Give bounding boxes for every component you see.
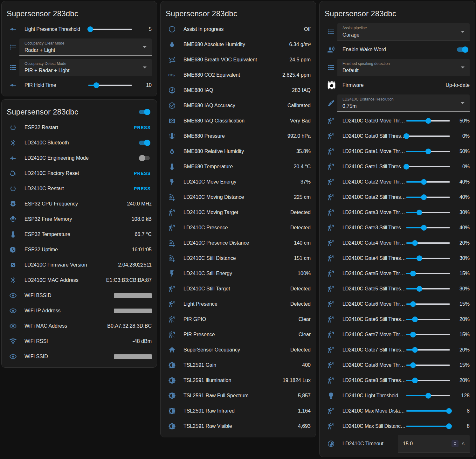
toggle-ld2410c-bluetooth[interactable] xyxy=(139,140,150,146)
slider-ld2410c-gate4-move-thr[interactable] xyxy=(406,235,450,251)
number-input[interactable]: 15.0s xyxy=(398,435,470,453)
slider-ld2410c-gate5-move-thr[interactable] xyxy=(406,266,450,281)
slider-knob[interactable] xyxy=(404,133,409,139)
select-assist-pipeline[interactable]: Assist pipelineGarage xyxy=(337,23,470,40)
motion-sensor-icon xyxy=(327,377,335,384)
slider-knob[interactable] xyxy=(410,301,416,307)
motion-sensor-icon xyxy=(327,300,335,308)
slider-ld2410c-gate2-move-thr[interactable] xyxy=(406,174,450,190)
motion-sensor-icon xyxy=(327,178,335,186)
slider-ld2410c-gate6-move-thr[interactable] xyxy=(406,296,450,312)
row-label: LD2410C Gate3 Still Thres… xyxy=(342,225,406,231)
row-occupancy-detect-mode: Occupancy Detect ModePIR + Radar + Light xyxy=(2,57,157,78)
slider-knob[interactable] xyxy=(412,316,418,322)
row-label: LD2410C Gate7 Move Thr… xyxy=(342,332,406,337)
slider-value: 15% xyxy=(450,271,470,276)
slider-ld2410c-light-threshold[interactable] xyxy=(406,388,450,403)
slider-light-presence-threshold[interactable] xyxy=(88,22,132,37)
row-ld2410c-moving-target: LD2410C Moving TargetDetected xyxy=(161,205,316,220)
slider-ld2410c-gate6-still-thres[interactable] xyxy=(406,312,450,327)
slider-ld2410c-max-move-dista[interactable] xyxy=(406,403,450,419)
slider-ld2410c-gate4-still-thres[interactable] xyxy=(406,251,450,266)
row-wifi-mac-address: WiFi MAC AddressB0:A7:32:28:3D:BC xyxy=(2,318,157,334)
check-circle-icon xyxy=(168,102,176,109)
slider-ld2410c-gate8-still-thres[interactable] xyxy=(406,373,450,388)
slider-knob[interactable] xyxy=(410,271,416,276)
slider-value: 40% xyxy=(450,179,470,185)
slider-knob[interactable] xyxy=(417,210,422,215)
toggle-ld2410c-engineering-mode[interactable] xyxy=(139,155,150,161)
row-value: 1,164 xyxy=(298,408,311,414)
press-button[interactable]: PRESS xyxy=(134,171,151,176)
slider-ld2410c-gate8-move-thr[interactable] xyxy=(406,358,450,373)
slider-ld2410c-gate3-move-thr[interactable] xyxy=(406,205,450,220)
slider-ld2410c-max-still-distanc[interactable] xyxy=(406,419,450,434)
slider-pir-hold-time[interactable] xyxy=(88,78,132,93)
slider-knob[interactable] xyxy=(93,82,99,88)
row-ld2410c-gate3-still-thres: LD2410C Gate3 Still Thres…40% xyxy=(320,220,475,235)
row-ld2410c-mac-address: LD2410C MAC AddressE1:C3:B3:CB:BA:87 xyxy=(2,273,157,288)
row-label: LD2410C Gate7 Still Thres… xyxy=(342,347,406,353)
slider-knob[interactable] xyxy=(425,118,431,124)
slider-knob[interactable] xyxy=(425,393,431,399)
row-value: 2,825.4 ppm xyxy=(282,72,311,78)
slider-ld2410c-gate7-move-thr[interactable] xyxy=(406,327,450,342)
card-header: Supersensor 283dbc xyxy=(2,100,157,120)
row-label: LD2410C Gate0 Still Thres… xyxy=(342,133,406,139)
select-ld2410c-distance-resolution[interactable]: LD2410C Distance Resolution0.75m xyxy=(337,94,470,112)
stepper-icon[interactable] xyxy=(452,440,459,447)
slider-ld2410c-gate0-still-thres[interactable] xyxy=(406,129,450,144)
slider-knob[interactable] xyxy=(421,179,427,185)
select-occupancy-detect-mode[interactable]: Occupancy Detect ModePIR + Radar + Light xyxy=(19,59,152,76)
slider-ld2410c-gate0-move-thr[interactable] xyxy=(406,113,450,129)
row-ld2410c-engineering-mode: LD2410C Engineering Mode xyxy=(2,150,157,166)
eye-icon xyxy=(9,292,17,299)
row-value: 2.04.23022511 xyxy=(118,262,152,268)
slider-knob[interactable] xyxy=(421,225,427,231)
slider-value: 0% xyxy=(450,133,470,139)
row-label: LD2410C Factory Reset xyxy=(24,170,134,176)
slider-knob[interactable] xyxy=(412,347,418,353)
slider-ld2410c-gate3-still-thres[interactable] xyxy=(406,220,450,235)
select-occupancy-clear-mode[interactable]: Occupancy Clear ModeRadar + Light xyxy=(19,38,152,56)
row-value: Very Bad xyxy=(290,118,311,124)
toggle-enable-wake-word[interactable] xyxy=(457,46,468,53)
slider-value: 20% xyxy=(450,347,470,353)
row-value: Detected xyxy=(290,301,311,307)
format-list-icon xyxy=(327,64,335,71)
slider-knob[interactable] xyxy=(417,286,422,292)
slider-knob[interactable] xyxy=(404,164,409,170)
slider-ld2410c-gate5-still-thres[interactable] xyxy=(406,281,450,296)
slider-value: 20% xyxy=(450,378,470,383)
row-tsl2591-raw-visible: TSL2591 Raw Visible4,693 xyxy=(161,419,316,434)
slider-ld2410c-gate7-still-thres[interactable] xyxy=(406,342,450,358)
slider-knob[interactable] xyxy=(417,255,422,261)
slider-knob[interactable] xyxy=(412,378,418,383)
column-2: Supersensor 283dbcAssist pipelineGarageE… xyxy=(319,1,475,459)
row-ld2410c-gate1-still-thres: LD2410C Gate1 Still Thres…0% xyxy=(320,159,475,174)
press-button[interactable]: PRESS xyxy=(134,186,151,191)
row-label: BME680 IAQ Classification xyxy=(183,118,290,124)
slider-value: 20% xyxy=(450,240,470,246)
slider-ld2410c-gate2-still-thres[interactable] xyxy=(406,190,450,205)
slider-knob[interactable] xyxy=(421,194,427,200)
slider-knob[interactable] xyxy=(410,362,416,368)
slider-knob[interactable] xyxy=(410,332,416,337)
molecule-icon xyxy=(168,56,176,64)
switch-thumb xyxy=(144,140,150,146)
slider-knob[interactable] xyxy=(425,149,431,154)
brightness-icon xyxy=(168,377,176,384)
entities-card: Supersensor 283dbcAssist in progressOffB… xyxy=(160,1,316,437)
row-value: 66.7 °C xyxy=(135,232,152,237)
entities-card: Supersensor 283dbcESP32 RestartPRESSLD24… xyxy=(1,99,157,368)
signal-distance-icon xyxy=(168,193,176,201)
slider-knob[interactable] xyxy=(412,240,418,246)
slider-ld2410c-gate1-move-thr[interactable] xyxy=(406,144,450,159)
select-finished-speaking-detection[interactable]: Finished speaking detectionDefault xyxy=(337,59,470,76)
row-label: BME680 CO2 Equivalent xyxy=(183,72,282,78)
card-header: Supersensor 283dbc xyxy=(320,1,475,22)
press-button[interactable]: PRESS xyxy=(134,125,151,130)
slider-ld2410c-gate1-still-thres[interactable] xyxy=(406,159,450,174)
header-toggle[interactable] xyxy=(139,109,150,115)
slider-knob[interactable] xyxy=(87,26,93,32)
